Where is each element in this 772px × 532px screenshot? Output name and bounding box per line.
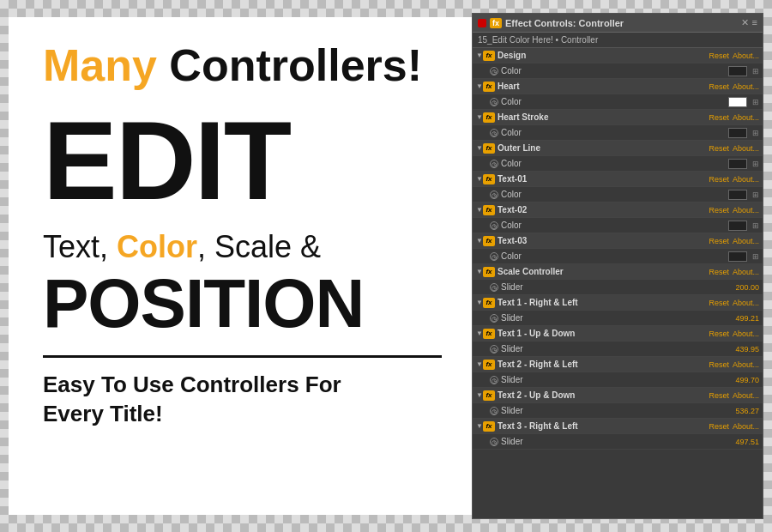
sub-row-text3-rl-slider[interactable]: ◷ Slider 497.51 [473,434,763,450]
color-swatch-dark[interactable] [728,128,747,138]
effect-name: Slider [501,375,735,384]
color-swatch-dark[interactable] [728,251,747,262]
sub-row-design-color[interactable]: ◷ Color ⊞ [473,63,763,79]
about-text02[interactable]: About... [733,206,759,215]
bottom-line1: Easy To Use Controllers For [43,372,341,397]
clock-icon: ◷ [490,129,498,137]
about-scale-controller[interactable]: About... [733,268,759,276]
effect-row-outer-line[interactable]: ▼ fx Outer Line Reset About... [473,141,763,156]
panel-menu-btn[interactable]: ≡ [752,17,757,28]
about-text1-ud[interactable]: About... [733,329,759,338]
subtitle-color: Color [117,229,197,264]
text2-rl-slider-value: 499.70 [735,376,759,384]
about-text2-rl[interactable]: About... [733,360,759,369]
divider [43,355,442,358]
triangle-icon: ▼ [476,175,483,183]
reset-text2-ud[interactable]: Reset [709,391,729,400]
about-heart[interactable]: About... [733,82,759,91]
sub-row-text1-ud-slider[interactable]: ◷ Slider 439.95 [473,342,763,357]
about-design[interactable]: About... [733,51,759,60]
reset-text2-rl[interactable]: Reset [709,360,729,369]
triangle-icon: ▼ [476,51,483,59]
effect-name-text1-rl: Text 1 - Right & Left [498,298,705,307]
sub-row-scale-slider[interactable]: ◷ Slider 200.00 [473,280,763,295]
effect-row-text01[interactable]: ▼ fx Text-01 Reset About... [473,172,763,187]
sub-row-text1-rl-slider[interactable]: ◷ Slider 499.21 [473,311,763,326]
reset-scale-controller[interactable]: Reset [709,268,729,276]
triangle-icon: ▼ [476,144,483,152]
effect-row-text2-ud[interactable]: ▼ fx Text 2 - Up & Down Reset About... [473,388,763,403]
effect-row-scale-controller[interactable]: ▼ fx Scale Controller Reset About... [473,264,763,280]
effect-row-text2-rl[interactable]: ▼ fx Text 2 - Right & Left Reset About..… [473,357,763,372]
effects-list[interactable]: ▼ fx Design Reset About... ◷ Color ⊞ ▼ f… [473,48,763,517]
text1-rl-slider-value: 499.21 [735,314,759,323]
about-text03[interactable]: About... [733,237,759,245]
color-swatch-dark[interactable] [728,221,747,231]
sub-row-heart-color[interactable]: ◷ Color ⊞ [473,94,763,110]
panel-subtitle: 15_Edit Color Here! • Controller [473,33,763,48]
bottom-text: Easy To Use Controllers For Every Title! [43,371,442,429]
effect-row-heart[interactable]: ▼ fx Heart Reset About... [473,79,763,94]
left-panel: Many Controllers! EDIT Text, Color, Scal… [9,17,476,515]
sub-row-text2-rl-slider[interactable]: ◷ Slider 499.70 [473,372,763,388]
sub-row-text02-color[interactable]: ◷ Color ⊞ [473,218,763,233]
effect-name-heart-stroke: Heart Stroke [498,112,705,122]
sub-row-text2-ud-slider[interactable]: ◷ Slider 536.27 [473,403,763,419]
effect-name: Color [501,66,728,76]
sub-row-text01-color[interactable]: ◷ Color ⊞ [473,187,763,203]
triangle-icon: ▼ [476,82,483,90]
effect-row-design[interactable]: ▼ fx Design Reset About... [473,48,763,63]
sub-row-heart-stroke-color[interactable]: ◷ Color ⊞ [473,125,763,141]
about-text3-rl[interactable]: About... [733,422,759,431]
reset-outer-line[interactable]: Reset [709,144,729,153]
color-swatch-white[interactable] [728,97,747,107]
effect-row-text1-ud[interactable]: ▼ fx Text 1 - Up & Down Reset About... [473,326,763,342]
about-text1-rl[interactable]: About... [733,299,759,307]
reset-text1-rl[interactable]: Reset [709,299,729,307]
sub-row-outer-line-color[interactable]: ◷ Color ⊞ [473,156,763,172]
expand-arrows: ⊞ [752,190,759,199]
reset-heart-stroke[interactable]: Reset [709,113,729,122]
effect-row-text3-rl[interactable]: ▼ fx Text 3 - Right & Left Reset About..… [473,419,763,434]
fx-badge: fx [483,205,495,215]
effect-row-text02[interactable]: ▼ fx Text-02 Reset About... [473,203,763,218]
reset-text1-ud[interactable]: Reset [709,329,729,338]
reset-text03[interactable]: Reset [709,237,729,245]
clock-icon: ◷ [490,407,498,415]
reset-design[interactable]: Reset [709,51,729,60]
sub-row-text03-color[interactable]: ◷ Color ⊞ [473,249,763,264]
effect-name: Slider [501,406,735,415]
effect-name-design: Design [498,51,705,60]
reset-text01[interactable]: Reset [709,175,729,184]
color-swatch-dark[interactable] [728,190,747,200]
reset-text02[interactable]: Reset [709,206,729,215]
effect-name: Color [501,97,728,106]
panel-title: Effect Controls: Controller [505,18,624,28]
effect-name: Color [501,251,728,261]
clock-icon: ◷ [490,252,498,261]
clock-icon: ◷ [490,98,498,106]
main-container: Many Controllers! EDIT Text, Color, Scal… [0,0,772,532]
effect-row-heart-stroke[interactable]: ▼ fx Heart Stroke Reset About... [473,110,763,125]
triangle-icon: ▼ [476,299,483,306]
panel-header: fx Effect Controls: Controller ✕ ≡ [473,14,763,33]
reset-text3-rl[interactable]: Reset [709,422,729,431]
effect-controls-panel: fx Effect Controls: Controller ✕ ≡ 15_Ed… [472,13,763,519]
color-swatch-dark[interactable] [728,159,747,169]
effect-name-text02: Text-02 [498,205,705,215]
about-heart-stroke[interactable]: About... [733,113,759,122]
reset-heart[interactable]: Reset [709,82,729,91]
color-swatch-dark[interactable] [728,66,747,76]
effect-row-text03[interactable]: ▼ fx Text-03 Reset About... [473,233,763,249]
effect-row-text1-rl[interactable]: ▼ fx Text 1 - Right & Left Reset About..… [473,295,763,311]
panel-close-btn[interactable]: ✕ [741,17,749,28]
fx-badge: fx [483,236,495,246]
about-outer-line[interactable]: About... [733,144,759,153]
about-text2-ud[interactable]: About... [733,391,759,400]
bottom-line2: Every Title! [43,401,163,426]
content-area: Many Controllers! EDIT Text, Color, Scal… [0,0,772,532]
fx-icon: fx [490,18,502,28]
panel-header-right: ✕ ≡ [741,17,757,28]
about-text01[interactable]: About... [733,175,759,184]
edit-heading: EDIT [43,105,442,216]
